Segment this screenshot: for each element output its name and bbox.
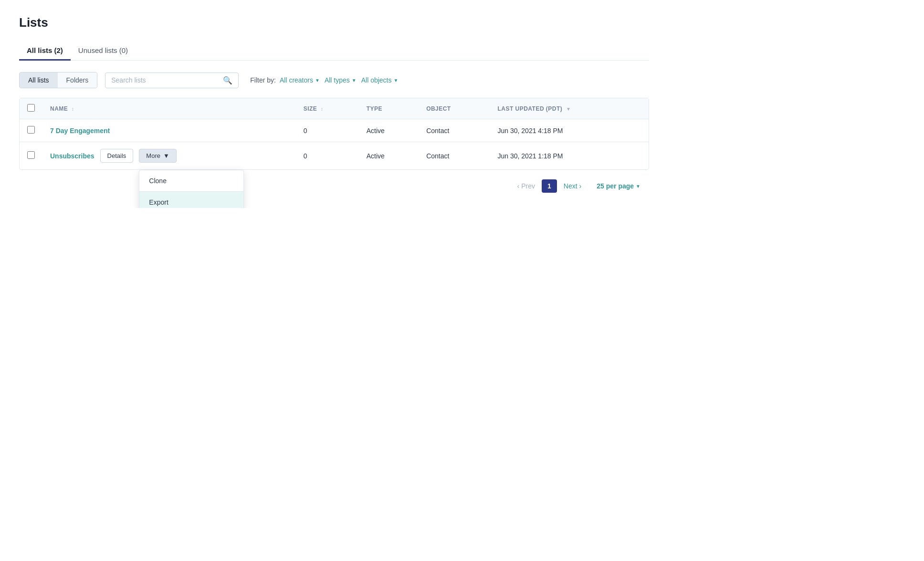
- row-name-cell: 7 Day Engagement: [42, 119, 296, 142]
- filter-types-label: All types: [325, 76, 350, 84]
- next-button[interactable]: Next ›: [559, 179, 586, 193]
- dropdown-item-export[interactable]: Export: [139, 192, 243, 208]
- view-all-lists-button[interactable]: All lists: [20, 73, 58, 88]
- filter-objects-label: All objects: [361, 76, 392, 84]
- row-last-updated-cell: Jun 30, 2021 1:18 PM: [490, 142, 649, 170]
- col-header-last-updated[interactable]: LAST UPDATED (PDT) ▼: [490, 98, 649, 119]
- tab-all-lists[interactable]: All lists (2): [19, 42, 71, 61]
- filter-row: Filter by: All creators ▼ All types ▼ Al…: [250, 74, 399, 86]
- row-size-cell: 0: [296, 142, 359, 170]
- select-all-header: [20, 98, 42, 119]
- lists-table: NAME ↕ SIZE ↕ TYPE OBJECT LAST UPDATED (: [20, 98, 649, 169]
- chevron-left-icon: ‹: [517, 182, 520, 190]
- table-header-row: NAME ↕ SIZE ↕ TYPE OBJECT LAST UPDATED (: [20, 98, 649, 119]
- per-page-label: 25 per page: [597, 182, 634, 190]
- col-header-object: OBJECT: [419, 98, 490, 119]
- search-box: 🔍: [105, 73, 239, 88]
- row-last-updated-cell: Jun 30, 2021 4:18 PM: [490, 119, 649, 142]
- tab-unused-lists[interactable]: Unused lists (0): [71, 42, 136, 61]
- select-all-checkbox[interactable]: [27, 104, 35, 112]
- page-title: Lists: [19, 15, 649, 30]
- sort-icon-name: ↕: [72, 106, 74, 112]
- chevron-down-icon: ▼: [352, 78, 357, 83]
- view-toggle: All lists Folders: [19, 72, 97, 88]
- row-checkbox-cell: [20, 142, 42, 170]
- prev-label: Prev: [521, 182, 535, 190]
- row-size-cell: 0: [296, 119, 359, 142]
- tabs-row: All lists (2) Unused lists (0): [19, 42, 649, 61]
- export-label: Export: [149, 198, 168, 206]
- next-label: Next: [564, 182, 578, 190]
- row-checkbox-cell: [20, 119, 42, 142]
- filter-creators-label: All creators: [280, 76, 313, 84]
- table-row: Unsubscribes Details More ▼: [20, 142, 649, 170]
- more-dropdown-menu: Clone Export Move to folder: [139, 170, 244, 208]
- filter-label: Filter by:: [250, 76, 276, 84]
- list-name-link[interactable]: 7 Day Engagement: [50, 127, 110, 135]
- more-button[interactable]: More ▼: [139, 149, 177, 163]
- chevron-down-icon: ▼: [315, 78, 320, 83]
- chevron-down-icon: ▼: [636, 184, 640, 189]
- row-object-cell: Contact: [419, 119, 490, 142]
- per-page-button[interactable]: 25 per page ▼: [596, 180, 641, 192]
- row-checkbox[interactable]: [27, 126, 35, 134]
- row-name-cell: Unsubscribes Details More ▼: [42, 142, 296, 170]
- col-header-size[interactable]: SIZE ↕: [296, 98, 359, 119]
- toolbar: All lists Folders 🔍 Filter by: All creat…: [19, 72, 649, 88]
- page-1-button[interactable]: 1: [542, 179, 557, 193]
- view-folders-button[interactable]: Folders: [58, 73, 97, 88]
- row-type-cell: Active: [359, 119, 419, 142]
- filter-creators-button[interactable]: All creators ▼: [279, 74, 321, 86]
- col-header-name[interactable]: NAME ↕: [42, 98, 296, 119]
- filter-objects-button[interactable]: All objects ▼: [360, 74, 399, 86]
- row-object-cell: Contact: [419, 142, 490, 170]
- filter-types-button[interactable]: All types ▼: [324, 74, 357, 86]
- lists-table-container: NAME ↕ SIZE ↕ TYPE OBJECT LAST UPDATED (: [19, 98, 649, 170]
- search-icon: 🔍: [223, 76, 232, 85]
- list-name-link[interactable]: Unsubscribes: [50, 152, 94, 160]
- details-button[interactable]: Details: [100, 149, 134, 163]
- more-dropdown-container: More ▼ Clone Export: [139, 149, 177, 163]
- sort-icon-last-updated: ▼: [566, 106, 571, 112]
- row-checkbox[interactable]: [27, 151, 35, 159]
- search-input[interactable]: [111, 76, 219, 84]
- chevron-down-icon: ▼: [394, 78, 399, 83]
- chevron-right-icon: ›: [579, 182, 582, 190]
- col-header-type: TYPE: [359, 98, 419, 119]
- clone-label: Clone: [149, 177, 167, 185]
- more-label: More: [146, 152, 160, 159]
- dropdown-item-clone[interactable]: Clone: [139, 170, 243, 192]
- row-type-cell: Active: [359, 142, 419, 170]
- pagination-row: ‹ Prev 1 Next › 25 per page ▼: [19, 170, 649, 193]
- name-actions-cell: Unsubscribes Details More ▼: [50, 149, 288, 163]
- prev-button[interactable]: ‹ Prev: [513, 179, 540, 193]
- sort-icon-size: ↕: [321, 106, 323, 112]
- chevron-down-icon: ▼: [163, 152, 169, 159]
- table-row: 7 Day Engagement 0 Active Contact Jun 30…: [20, 119, 649, 142]
